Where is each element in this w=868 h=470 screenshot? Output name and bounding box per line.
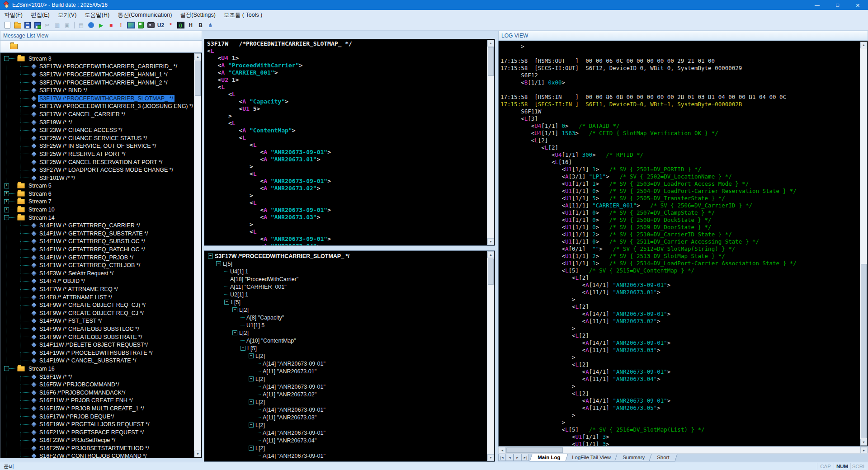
message-item[interactable]: S3F17W /* CANCEL_CARRIER */ bbox=[20, 110, 194, 118]
stream-label[interactable]: Stream 3 bbox=[27, 55, 53, 62]
expand-toggle[interactable]: − bbox=[249, 353, 254, 358]
structure-node[interactable]: −L[2] bbox=[206, 352, 487, 360]
message-item[interactable]: S3F17W /*PROCEEDWITHCARRIER_CARRIERID_ *… bbox=[20, 63, 194, 71]
structure-node-label[interactable]: A[14] "ANR20673-09-01" bbox=[263, 384, 326, 390]
expand-toggle[interactable]: − bbox=[224, 300, 229, 305]
message-item-label[interactable]: S3F19W /* */ bbox=[38, 119, 73, 126]
message-item-label[interactable]: S14F1W /* GETATTRREQ_CARRIER */ bbox=[38, 222, 142, 229]
alert-icon[interactable]: ! bbox=[116, 21, 126, 29]
message-item-label[interactable]: S14F7W /* ATTRNAME REQ */ bbox=[38, 286, 119, 293]
message-item-label[interactable]: S16F11W /* PRJOB CREATE ENH */ bbox=[38, 397, 134, 404]
message-item-label[interactable]: S16F6 /*PRJOBCOMMANDACK*/ bbox=[38, 389, 127, 396]
message-item[interactable]: S14F4 /* OBJID */ bbox=[20, 277, 194, 286]
scroll-thumb[interactable] bbox=[861, 264, 867, 438]
structure-node[interactable]: −L[2] bbox=[206, 444, 487, 452]
structure-node[interactable]: −L[2] bbox=[206, 421, 487, 429]
message-item-label[interactable]: S14F11W /*DELETE OBJECT REQUEST*/ bbox=[38, 341, 149, 348]
structure-node[interactable]: A[11] "ANR20673.04" bbox=[206, 437, 487, 444]
message-item-label[interactable]: S14F19W /* CANCEL_SUBSTRATE */ bbox=[38, 357, 137, 364]
branch-view-icon[interactable]: ⋔ bbox=[206, 21, 215, 29]
structure-node[interactable]: A[14] "ANR20673-09-01" bbox=[206, 429, 487, 437]
cartridge-icon[interactable] bbox=[136, 21, 146, 29]
brackets-icon[interactable]: () bbox=[176, 21, 185, 29]
message-item-label[interactable]: S14F4 /* OBJID */ bbox=[38, 277, 86, 285]
tab-main-log[interactable]: Main Log bbox=[529, 454, 568, 461]
tab-logfile-tail-view[interactable]: LogFile Tail View bbox=[564, 454, 619, 461]
message-item[interactable]: S16F17W /*PRJOB DEQUE*/ bbox=[20, 413, 194, 421]
message-item-label[interactable]: S14F9W /* CREATE OBJECT REQ_CJ */ bbox=[38, 310, 145, 317]
structure-node-label[interactable]: A[11] "CARRIER_001" bbox=[230, 284, 287, 290]
stream-label[interactable]: Stream 7 bbox=[27, 198, 53, 205]
expand-toggle[interactable]: − bbox=[208, 254, 213, 258]
save-icon[interactable] bbox=[23, 21, 32, 29]
structure-node-label[interactable]: A[18] "ProceedWithCarrier" bbox=[230, 276, 298, 282]
message-item-label[interactable]: S14F1W /* GETATTRREQ_SUBSTRATE */ bbox=[38, 230, 149, 237]
expand-toggle[interactable]: + bbox=[4, 199, 9, 204]
menu-item[interactable]: 보조툴 ( Tools ) bbox=[220, 10, 266, 20]
message-item-label[interactable]: S14F8 /* ATTRNAME LIST */ bbox=[38, 294, 113, 301]
message-item-label[interactable]: S14F9W /* CREATEOBJ SUBSTRATE */ bbox=[38, 334, 143, 341]
message-item-label[interactable]: S16F21W /* PRGETSPACE REQUEST */ bbox=[38, 429, 145, 436]
structure-node-label[interactable]: A[8] "Capacity" bbox=[246, 315, 284, 321]
expand-toggle[interactable]: − bbox=[249, 376, 254, 381]
stream-node[interactable]: −Stream 14 bbox=[6, 214, 194, 222]
structure-node-label[interactable]: L[5] bbox=[223, 261, 232, 267]
message-item-label[interactable]: S14F1W /* GETATTRREQ_PRJOB */ bbox=[38, 254, 135, 261]
save-all-icon[interactable] bbox=[33, 21, 42, 29]
structure-node-label[interactable]: U1[1] 5 bbox=[246, 322, 264, 329]
scroll-up-arrow-icon[interactable]: ▲ bbox=[487, 251, 494, 258]
message-item[interactable]: S3F25W /* IN SERVICE, OUT OF SERVICE */ bbox=[20, 142, 194, 150]
message-item-label[interactable]: S14F1W /* GETATTRREQ_CTRLJOB */ bbox=[38, 262, 142, 269]
structure-node[interactable]: −S3F17W /*PROCEEDWITHCARRIER_SLOTMAP_ */ bbox=[206, 252, 487, 260]
message-item-label[interactable]: S14F19W /* PROCEEDWITHSUBSTRATE */ bbox=[38, 349, 154, 357]
structure-node[interactable]: −L[2] bbox=[206, 398, 487, 406]
scroll-left-arrow-icon[interactable]: ◄ bbox=[499, 447, 506, 453]
stream-label[interactable]: Stream 5 bbox=[27, 182, 53, 189]
message-item[interactable]: S3F19W /* */ bbox=[20, 118, 194, 127]
message-item-label[interactable]: S3F23W /* CHANGE ACCESS */ bbox=[38, 127, 123, 134]
expand-toggle[interactable]: − bbox=[232, 330, 237, 335]
menu-item[interactable]: 파일(F) bbox=[0, 10, 27, 20]
expand-toggle[interactable]: − bbox=[4, 56, 9, 61]
scroll-thumb[interactable] bbox=[488, 258, 494, 285]
structure-node[interactable]: −L[2] bbox=[206, 306, 487, 314]
message-item[interactable]: S14F1W /* GETATTRREQ_CTRLJOB */ bbox=[20, 261, 194, 269]
message-item-label[interactable]: S14F9W /* CREATEOBJ SUBSTLOC */ bbox=[38, 325, 141, 333]
structure-node[interactable]: −L[5] bbox=[206, 260, 487, 268]
message-item-label[interactable]: S14F9W /* FST_TEST */ bbox=[38, 317, 103, 324]
maximize-button[interactable]: □ bbox=[827, 0, 848, 10]
message-item-label[interactable]: S16F17W /*PRJOB DEQUE*/ bbox=[38, 413, 115, 420]
structure-node[interactable]: A[8] "Capacity" bbox=[206, 314, 487, 321]
message-item[interactable]: S14F11W /*DELETE OBJECT REQUEST*/ bbox=[20, 341, 194, 349]
scroll-thumb[interactable] bbox=[195, 61, 201, 96]
scroll-thumb[interactable] bbox=[506, 447, 563, 453]
message-tree-vscrollbar[interactable]: ▲ ▼ bbox=[194, 53, 201, 457]
tab-scroll-button[interactable]: ► bbox=[514, 454, 521, 461]
message-item[interactable]: S14F19W /* PROCEEDWITHSUBSTRATE */ bbox=[20, 349, 194, 357]
new-file-icon[interactable] bbox=[3, 21, 12, 29]
structure-node[interactable]: A[11] "CARRIER_001" bbox=[206, 283, 487, 291]
message-item[interactable]: S14F9W /* CREATE OBJECT REQ_CJ */ bbox=[20, 309, 194, 317]
message-item[interactable]: S14F8 /* ATTRNAME LIST */ bbox=[20, 293, 194, 301]
structure-node-label[interactable]: A[14] "ANR20673-09-01" bbox=[263, 453, 326, 459]
hex-h-icon[interactable]: H bbox=[186, 21, 195, 29]
stream-node[interactable]: −Stream 3 bbox=[6, 55, 194, 63]
menu-item[interactable]: 설정(Settings) bbox=[176, 10, 220, 20]
structure-node-label[interactable]: A[11] "ANR20673.01" bbox=[263, 368, 316, 375]
message-item[interactable]: S14F3W /* SetAttr Request */ bbox=[20, 269, 194, 277]
minimize-button[interactable]: — bbox=[807, 0, 827, 10]
message-item[interactable]: S3F17W /* BIND */ bbox=[20, 86, 194, 94]
stream-node[interactable]: +Stream 6 bbox=[6, 190, 194, 198]
structure-node-label[interactable]: S3F17W /*PROCEEDWITHCARRIER_SLOTMAP_ */ bbox=[215, 253, 349, 259]
expand-toggle[interactable]: − bbox=[249, 423, 254, 428]
u2-encoding-icon[interactable]: U2 bbox=[156, 21, 165, 29]
message-item[interactable]: S16F25W /* PRJOBSETSTARTMETHOD */ bbox=[20, 444, 194, 452]
message-item-label[interactable]: S3F17W /*PROCEEDWITHCARRIER_HANMI_2 */ bbox=[38, 79, 169, 86]
tab-summary[interactable]: Summary bbox=[615, 454, 653, 461]
structure-node[interactable]: U2[1] 1 bbox=[206, 291, 487, 298]
message-item-label[interactable]: S3F27W /* LOADPORT ACCESS MODE CHANGE */ bbox=[38, 166, 175, 174]
expand-toggle[interactable]: − bbox=[4, 215, 9, 220]
structure-node[interactable]: −L[2] bbox=[206, 329, 487, 337]
expand-toggle[interactable]: + bbox=[4, 191, 9, 196]
stream-node[interactable]: +Stream 5 bbox=[6, 182, 194, 190]
